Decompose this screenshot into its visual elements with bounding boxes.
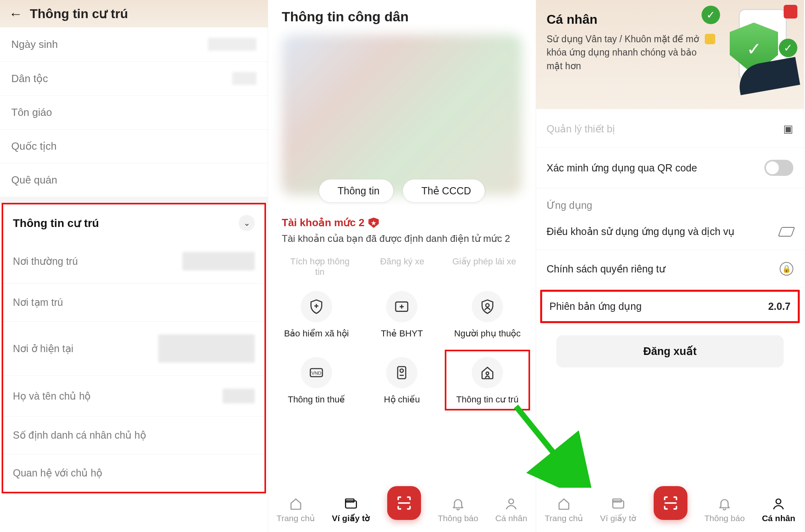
card-plus-icon: [386, 291, 417, 322]
row-label: Quốc tịch: [11, 140, 57, 153]
account-level-desc: Tài khoản của bạn đã được định danh điện…: [282, 233, 522, 244]
version-value: 2.0.7: [768, 301, 791, 312]
svg-point-17: [486, 372, 489, 375]
service-item-bhyt[interactable]: Thẻ BHYT: [359, 284, 444, 345]
row-label: Số định danh cá nhân chủ hộ: [13, 429, 146, 441]
service-item-bhxh[interactable]: Bảo hiểm xã hội: [274, 284, 359, 345]
row-label: Điều khoản sử dụng ứng dụng và dịch vụ: [547, 226, 735, 237]
highlight-box-version: Phiên bản ứng dụng 2.0.7: [540, 290, 800, 323]
nav-profile[interactable]: Cá nhân: [495, 497, 527, 523]
banner-illustration: ✓ ✓ ✓: [702, 6, 798, 86]
service-item-passport[interactable]: Hộ chiếu: [359, 350, 444, 411]
nav-home[interactable]: Trang chủ: [545, 497, 583, 523]
passport-icon: [386, 357, 417, 388]
row-version: Phiên bản ứng dụng 2.0.7: [542, 292, 798, 321]
section-header[interactable]: Thông tin cư trú ⌄: [3, 204, 264, 239]
card-pill-row: Thông tin Thẻ CCCD: [268, 179, 536, 203]
info-row: Ngày sinh: [0, 27, 268, 62]
service-item-residence[interactable]: Thông tin cư trú: [445, 350, 530, 411]
shield-plus-icon: [301, 291, 332, 322]
info-pill-button[interactable]: Thông tin: [319, 179, 394, 203]
row-label: Quản lý thiết bị: [547, 123, 615, 135]
nav-home[interactable]: Trang chủ: [277, 497, 315, 523]
service-item-tax[interactable]: VND Thông tin thuế: [274, 350, 359, 411]
chevron-down-icon[interactable]: ⌄: [239, 215, 255, 231]
row-device-mgmt-partial[interactable]: Quản lý thiết bị ▣: [536, 111, 804, 148]
nav-wallet[interactable]: Ví giấy tờ: [332, 497, 370, 523]
row-label: Chính sách quyền riêng tư: [547, 263, 665, 275]
cccd-pill-button[interactable]: Thẻ CCCD: [402, 179, 485, 203]
row-label: Nơi thường trú: [13, 256, 78, 267]
nav-scan-button[interactable]: [654, 486, 687, 520]
services-grid: Bảo hiểm xã hội Thẻ BHYT Người phụ thuộc…: [268, 280, 536, 410]
account-level-title: Tài khoản mức 2: [282, 217, 522, 229]
nav-noti[interactable]: Thông báo: [438, 497, 478, 523]
faded-item: Đăng ký xe: [380, 256, 424, 277]
row-label: Quan hệ với chủ hộ: [13, 467, 102, 479]
section-title: Thông tin công dân: [282, 9, 522, 25]
row-label: Ngày sinh: [11, 38, 58, 51]
pill-label: Thông tin: [338, 185, 380, 197]
residence-row: Nơi tạm trú: [3, 284, 264, 322]
service-label: Người phụ thuộc: [448, 328, 527, 339]
lock-icon: [784, 5, 797, 19]
svg-text:VND: VND: [312, 370, 322, 375]
section-title: Thông tin cư trú: [13, 217, 99, 230]
row-label: Họ và tên chủ hộ: [13, 390, 91, 402]
nav-scan-button[interactable]: [387, 486, 421, 520]
settings-list: Quản lý thiết bị ▣ Xác minh ứng dụng qua…: [536, 109, 804, 367]
row-privacy[interactable]: Chính sách quyền riêng tư 🔒: [536, 250, 804, 288]
logout-button[interactable]: Đăng xuất: [556, 335, 784, 367]
row-label: Xác minh ứng dụng qua QR code: [547, 162, 697, 174]
nav-profile[interactable]: Cá nhân: [762, 497, 795, 523]
residence-row: Nơi thường trú: [3, 239, 264, 284]
biometric-banner[interactable]: Cá nhân Sử dụng Vân tay / Khuôn mặt để m…: [536, 0, 804, 109]
row-label: Quê quán: [11, 174, 57, 186]
lock-circle-icon: 🔒: [780, 262, 793, 276]
pill-label: Thẻ CCCD: [421, 185, 471, 197]
header: Thông tin công dân: [268, 0, 536, 29]
citizen-card-image-blurred: [282, 34, 522, 195]
service-item-dependent[interactable]: Người phụ thuộc: [445, 284, 530, 345]
check-icon: ✓: [702, 6, 720, 24]
row-value-blurred: [158, 334, 255, 363]
nav-wallet[interactable]: Ví giấy tờ: [600, 497, 636, 523]
svg-point-11: [486, 304, 489, 307]
phone-1-residence-info: ← Thông tin cư trú Ngày sinh Dân tộc Tôn…: [0, 0, 268, 532]
bottom-nav: Trang chủ Ví giấy tờ Thông báo Cá nhân: [268, 488, 536, 532]
row-label: Dân tộc: [11, 72, 48, 85]
info-row: Tôn giáo: [0, 96, 268, 130]
row-terms[interactable]: Điều khoản sử dụng ứng dụng và dịch vụ: [536, 214, 804, 250]
row-label: Tôn giáo: [11, 106, 52, 119]
row-label: Phiên bản ứng dụng: [549, 301, 642, 312]
lock-icon: [705, 34, 715, 44]
service-label: Bảo hiểm xã hội: [277, 328, 356, 339]
row-qr-verify[interactable]: Xác minh ứng dụng qua QR code: [536, 148, 804, 188]
nav-noti[interactable]: Thông báo: [704, 497, 745, 523]
faded-item: Giấy phép lái xe: [452, 256, 516, 277]
row-value-blurred: [208, 38, 256, 51]
row-value-blurred: [182, 252, 255, 270]
row-label: Nơi ở hiện tại: [13, 343, 73, 355]
residence-row: Nơi ở hiện tại: [3, 322, 264, 376]
account-level-block: Tài khoản mức 2 Tài khoản của bạn đã đượ…: [268, 203, 536, 247]
service-label: Thông tin thuế: [277, 394, 356, 405]
eraser-icon: [778, 227, 795, 237]
back-arrow-icon[interactable]: ←: [9, 6, 23, 22]
toggle-switch-off[interactable]: [764, 160, 793, 176]
house-person-icon: [472, 357, 503, 388]
info-row: Quốc tịch: [0, 130, 268, 163]
shield-star-icon: [368, 218, 379, 228]
highlight-box-residence: Thông tin cư trú ⌄ Nơi thường trú Nơi tạ…: [2, 203, 266, 493]
row-value-blurred: [223, 389, 255, 403]
section-label: Ứng dụng: [536, 188, 804, 214]
service-label: Thông tin cư trú: [448, 394, 527, 405]
faded-item: Tích hợp thông tin: [288, 256, 352, 277]
bottom-nav: Trang chủ Ví giấy tờ Thông báo Cá nhân: [536, 488, 804, 532]
section-divider: [0, 197, 268, 203]
row-label: Nơi tạm trú: [13, 297, 63, 308]
phone-3-profile-settings: Cá nhân Sử dụng Vân tay / Khuôn mặt để m…: [536, 0, 804, 532]
phone-2-wallet: Thông tin công dân Thông tin Thẻ CCCD Tà…: [268, 0, 536, 532]
svg-point-25: [776, 499, 781, 504]
residence-row: Quan hệ với chủ hộ: [3, 454, 264, 492]
